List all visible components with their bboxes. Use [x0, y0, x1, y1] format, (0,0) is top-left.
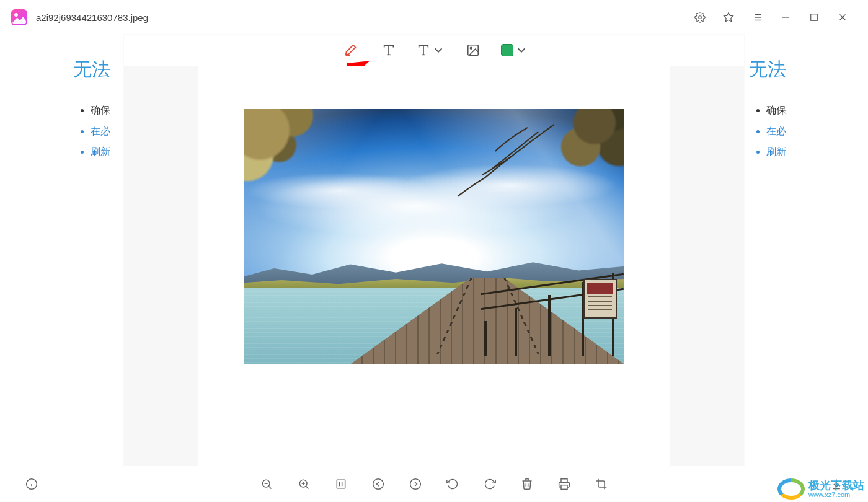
info-button[interactable]: [19, 471, 45, 497]
canvas-background: [198, 66, 670, 466]
svg-point-33: [373, 479, 384, 490]
svg-rect-30: [337, 480, 345, 488]
color-swatch: [501, 44, 513, 56]
svg-rect-35: [561, 485, 567, 490]
canvas-area[interactable]: [124, 66, 744, 466]
maximize-button[interactable]: [800, 5, 828, 30]
rotate-left-button[interactable]: [440, 471, 466, 497]
watermark-cn: 极光下载站: [808, 480, 864, 491]
print-button[interactable]: [551, 471, 577, 497]
text-tool-button[interactable]: [378, 40, 399, 61]
bg-heading: 无法: [749, 57, 868, 82]
svg-point-18: [470, 47, 472, 49]
bg-item: 确保: [766, 100, 868, 121]
watermark-en: www.xz7.com: [808, 491, 864, 499]
minimize-button[interactable]: [771, 5, 800, 30]
text-style-button[interactable]: [417, 40, 445, 61]
list-button[interactable]: [743, 5, 771, 30]
svg-point-0: [699, 16, 702, 19]
bottom-toolbar: [0, 466, 868, 502]
displayed-image[interactable]: [244, 109, 624, 364]
next-button[interactable]: [402, 471, 428, 497]
rotate-right-button[interactable]: [477, 471, 503, 497]
svg-line-27: [306, 486, 308, 488]
bg-item-link[interactable]: 在必: [766, 121, 868, 142]
bg-item-link[interactable]: 刷新: [766, 141, 868, 162]
image-viewer: 笔: [124, 35, 744, 466]
watermark: 极光下载站 www.xz7.com: [777, 478, 864, 500]
insert-image-button[interactable]: [463, 40, 484, 61]
title-bar: a2i92j6934421630783.jpeg: [0, 0, 868, 35]
zoom-out-button[interactable]: [254, 471, 280, 497]
crop-button[interactable]: [588, 471, 614, 497]
zoom-in-button[interactable]: [291, 471, 317, 497]
previous-button[interactable]: [365, 471, 391, 497]
content-area: 无法 确保 在必 刷新 无法 确保 在必 刷新 笔: [0, 35, 868, 466]
pen-tool-button[interactable]: 笔: [340, 40, 361, 61]
favorite-button[interactable]: [714, 5, 743, 30]
color-picker-button[interactable]: [501, 40, 528, 61]
app-icon: [11, 9, 27, 25]
watermark-logo: [777, 478, 805, 500]
delete-button[interactable]: [514, 471, 540, 497]
chevron-down-icon: [515, 43, 528, 57]
actual-size-button[interactable]: [328, 471, 354, 497]
edit-toolbar: 笔: [124, 35, 744, 66]
chevron-down-icon: [432, 43, 445, 57]
svg-marker-1: [724, 13, 733, 22]
background-page-left: 无法 确保 在必 刷新: [0, 35, 136, 466]
close-button[interactable]: [828, 5, 857, 30]
settings-button[interactable]: [686, 5, 714, 30]
svg-point-34: [410, 479, 421, 490]
background-page-right: 无法 确保 在必 刷新: [732, 35, 868, 466]
window-title: a2i92j6934421630783.jpeg: [36, 12, 148, 23]
svg-rect-9: [811, 14, 818, 21]
svg-line-24: [268, 486, 271, 488]
